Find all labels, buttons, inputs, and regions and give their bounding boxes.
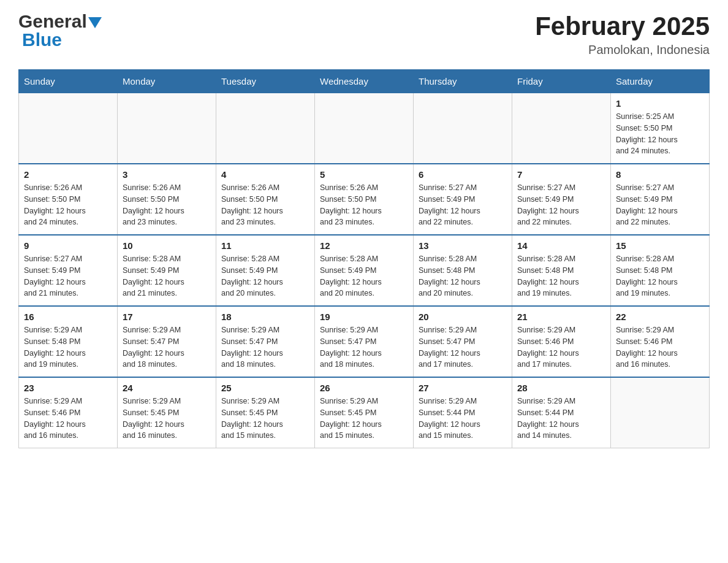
table-row: 3Sunrise: 5:26 AMSunset: 5:50 PMDaylight…: [118, 164, 216, 235]
table-row: 8Sunrise: 5:27 AMSunset: 5:49 PMDaylight…: [611, 164, 710, 235]
calendar-week-row: 2Sunrise: 5:26 AMSunset: 5:50 PMDaylight…: [19, 164, 710, 235]
header-wednesday: Wednesday: [315, 70, 414, 93]
table-row: 2Sunrise: 5:26 AMSunset: 5:50 PMDaylight…: [19, 164, 118, 235]
day-info: Sunrise: 5:29 AMSunset: 5:46 PMDaylight:…: [24, 396, 112, 442]
day-info: Sunrise: 5:28 AMSunset: 5:48 PMDaylight:…: [517, 253, 605, 299]
day-info: Sunrise: 5:29 AMSunset: 5:45 PMDaylight:…: [320, 396, 408, 442]
table-row: 9Sunrise: 5:27 AMSunset: 5:49 PMDaylight…: [19, 235, 118, 306]
day-info: Sunrise: 5:28 AMSunset: 5:48 PMDaylight:…: [419, 253, 507, 299]
calendar-title: February 2025: [535, 12, 710, 40]
day-number: 12: [320, 240, 408, 251]
day-number: 14: [517, 240, 605, 251]
table-row: 26Sunrise: 5:29 AMSunset: 5:45 PMDayligh…: [315, 377, 414, 448]
day-info: Sunrise: 5:29 AMSunset: 5:45 PMDaylight:…: [123, 396, 211, 442]
day-number: 9: [24, 240, 112, 251]
day-number: 27: [419, 383, 507, 393]
day-info: Sunrise: 5:29 AMSunset: 5:44 PMDaylight:…: [517, 396, 605, 442]
day-info: Sunrise: 5:28 AMSunset: 5:49 PMDaylight:…: [123, 253, 211, 299]
table-row: 15Sunrise: 5:28 AMSunset: 5:48 PMDayligh…: [611, 235, 710, 306]
calendar-subtitle: Pamolokan, Indonesia: [535, 43, 710, 57]
day-info: Sunrise: 5:26 AMSunset: 5:50 PMDaylight:…: [221, 182, 309, 228]
table-row: [118, 93, 216, 164]
logo-text-general: General: [18, 12, 87, 31]
day-number: 15: [616, 240, 704, 251]
header-thursday: Thursday: [414, 70, 512, 93]
day-number: 19: [320, 312, 408, 322]
day-info: Sunrise: 5:27 AMSunset: 5:49 PMDaylight:…: [24, 253, 112, 299]
calendar-week-row: 23Sunrise: 5:29 AMSunset: 5:46 PMDayligh…: [19, 377, 710, 448]
title-section: February 2025 Pamolokan, Indonesia: [535, 12, 710, 57]
header-saturday: Saturday: [611, 70, 710, 93]
day-number: 22: [616, 312, 704, 322]
day-number: 7: [517, 169, 605, 180]
calendar-week-row: 9Sunrise: 5:27 AMSunset: 5:49 PMDaylight…: [19, 235, 710, 306]
day-info: Sunrise: 5:29 AMSunset: 5:48 PMDaylight:…: [24, 324, 112, 370]
table-row: 7Sunrise: 5:27 AMSunset: 5:49 PMDaylight…: [512, 164, 611, 235]
day-number: 2: [24, 169, 112, 180]
day-info: Sunrise: 5:27 AMSunset: 5:49 PMDaylight:…: [419, 182, 507, 228]
day-number: 13: [419, 240, 507, 251]
day-number: 23: [24, 383, 112, 393]
day-number: 10: [123, 240, 211, 251]
header-tuesday: Tuesday: [216, 70, 315, 93]
table-row: 22Sunrise: 5:29 AMSunset: 5:46 PMDayligh…: [611, 306, 710, 377]
day-number: 25: [221, 383, 309, 393]
day-info: Sunrise: 5:29 AMSunset: 5:47 PMDaylight:…: [320, 324, 408, 370]
page-header: General Blue February 2025 Pamolokan, In…: [18, 12, 710, 57]
day-info: Sunrise: 5:29 AMSunset: 5:47 PMDaylight:…: [221, 324, 309, 370]
day-number: 8: [616, 169, 704, 180]
table-row: 14Sunrise: 5:28 AMSunset: 5:48 PMDayligh…: [512, 235, 611, 306]
day-number: 11: [221, 240, 309, 251]
table-row: 19Sunrise: 5:29 AMSunset: 5:47 PMDayligh…: [315, 306, 414, 377]
day-info: Sunrise: 5:26 AMSunset: 5:50 PMDaylight:…: [320, 182, 408, 228]
svg-marker-0: [88, 17, 102, 28]
day-number: 18: [221, 312, 309, 322]
weekday-header-row: Sunday Monday Tuesday Wednesday Thursday…: [19, 70, 710, 93]
day-number: 3: [123, 169, 211, 180]
day-info: Sunrise: 5:27 AMSunset: 5:49 PMDaylight:…: [616, 182, 704, 228]
table-row: 11Sunrise: 5:28 AMSunset: 5:49 PMDayligh…: [216, 235, 315, 306]
day-number: 1: [616, 98, 704, 109]
table-row: [512, 93, 611, 164]
calendar-week-row: 16Sunrise: 5:29 AMSunset: 5:48 PMDayligh…: [19, 306, 710, 377]
day-info: Sunrise: 5:26 AMSunset: 5:50 PMDaylight:…: [24, 182, 112, 228]
day-info: Sunrise: 5:29 AMSunset: 5:46 PMDaylight:…: [616, 324, 704, 370]
day-info: Sunrise: 5:26 AMSunset: 5:50 PMDaylight:…: [123, 182, 211, 228]
table-row: 21Sunrise: 5:29 AMSunset: 5:46 PMDayligh…: [512, 306, 611, 377]
table-row: [19, 93, 118, 164]
table-row: 5Sunrise: 5:26 AMSunset: 5:50 PMDaylight…: [315, 164, 414, 235]
day-info: Sunrise: 5:28 AMSunset: 5:49 PMDaylight:…: [320, 253, 408, 299]
day-info: Sunrise: 5:27 AMSunset: 5:49 PMDaylight:…: [517, 182, 605, 228]
day-number: 20: [419, 312, 507, 322]
table-row: 12Sunrise: 5:28 AMSunset: 5:49 PMDayligh…: [315, 235, 414, 306]
table-row: 10Sunrise: 5:28 AMSunset: 5:49 PMDayligh…: [118, 235, 216, 306]
table-row: 25Sunrise: 5:29 AMSunset: 5:45 PMDayligh…: [216, 377, 315, 448]
day-info: Sunrise: 5:29 AMSunset: 5:44 PMDaylight:…: [419, 396, 507, 442]
day-number: 5: [320, 169, 408, 180]
day-number: 21: [517, 312, 605, 322]
day-info: Sunrise: 5:28 AMSunset: 5:48 PMDaylight:…: [616, 253, 704, 299]
day-info: Sunrise: 5:29 AMSunset: 5:47 PMDaylight:…: [419, 324, 507, 370]
calendar-table: Sunday Monday Tuesday Wednesday Thursday…: [18, 69, 710, 448]
day-number: 17: [123, 312, 211, 322]
day-number: 26: [320, 383, 408, 393]
table-row: [414, 93, 512, 164]
table-row: 23Sunrise: 5:29 AMSunset: 5:46 PMDayligh…: [19, 377, 118, 448]
table-row: [611, 377, 710, 448]
table-row: [216, 93, 315, 164]
logo-text-blue: Blue: [22, 29, 62, 50]
header-friday: Friday: [512, 70, 611, 93]
table-row: 1Sunrise: 5:25 AMSunset: 5:50 PMDaylight…: [611, 93, 710, 164]
table-row: 18Sunrise: 5:29 AMSunset: 5:47 PMDayligh…: [216, 306, 315, 377]
day-number: 28: [517, 383, 605, 393]
logo: General Blue: [18, 12, 102, 49]
day-number: 16: [24, 312, 112, 322]
day-info: Sunrise: 5:28 AMSunset: 5:49 PMDaylight:…: [221, 253, 309, 299]
table-row: 13Sunrise: 5:28 AMSunset: 5:48 PMDayligh…: [414, 235, 512, 306]
table-row: 4Sunrise: 5:26 AMSunset: 5:50 PMDaylight…: [216, 164, 315, 235]
day-number: 6: [419, 169, 507, 180]
table-row: 17Sunrise: 5:29 AMSunset: 5:47 PMDayligh…: [118, 306, 216, 377]
table-row: 16Sunrise: 5:29 AMSunset: 5:48 PMDayligh…: [19, 306, 118, 377]
table-row: 20Sunrise: 5:29 AMSunset: 5:47 PMDayligh…: [414, 306, 512, 377]
day-number: 24: [123, 383, 211, 393]
